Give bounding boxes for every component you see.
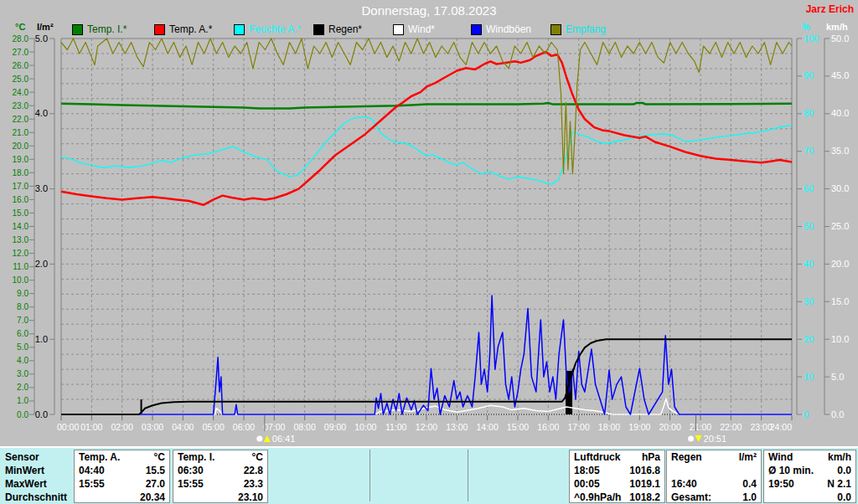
x-tick-label: 04:00	[172, 422, 194, 432]
cell-value: 0.0	[837, 491, 851, 504]
x-tick-label: 16:00	[537, 422, 559, 432]
tick-label-pct: 50	[804, 221, 814, 231]
cell-row-2: 23.10	[178, 491, 263, 504]
cell-row-0: 04:4015.5	[79, 465, 165, 478]
cell-row-0	[671, 465, 757, 478]
tick-label-degc: 23.0	[13, 101, 29, 111]
cell-time: Temp. A.	[79, 451, 120, 465]
cell-value: 1018.2	[629, 491, 660, 504]
tick-label-pct: 90	[804, 70, 814, 80]
tick-label-pct: 100	[804, 33, 819, 44]
x-tick-label: 17:00	[568, 422, 590, 432]
sunset-time-label: 20:51	[704, 434, 727, 444]
x-tick-label: 19:00	[628, 422, 650, 432]
tick-label-pct: 80	[804, 108, 814, 118]
tick-label-degc: 1.0	[17, 396, 28, 405]
cell-time: Gesamt:	[671, 491, 711, 504]
tick-label-pct: 20	[804, 334, 814, 344]
cell-value: 1019.1	[629, 478, 660, 491]
tick-label-pct: 60	[804, 183, 814, 193]
x-tick-label: 21:00	[690, 422, 711, 432]
cell-row-2: 0.0	[768, 491, 851, 504]
tick-label-degc: 10.0	[13, 275, 29, 285]
tick-label-degc: 20.0	[13, 141, 29, 151]
tick-label-degc: 15.0	[13, 208, 29, 218]
cell-row-0: 18:051016.8	[574, 465, 660, 478]
cell-value: hPa	[642, 451, 660, 465]
tick-label-degc: 14.0	[13, 222, 29, 231]
tick-label-kmh: 0.0	[831, 409, 844, 419]
table-cell-temp-i-: Temp. I.°C06:3022.815:5523.323.10	[173, 450, 268, 503]
x-tick-label: 03:00	[142, 422, 163, 432]
x-tick-label: 13:00	[446, 422, 468, 432]
cell-value: °C	[252, 451, 263, 465]
x-tick-label: 15:00	[507, 422, 529, 432]
tick-label-pct: 30	[804, 296, 814, 306]
cell-row-0: 06:3022.8	[178, 465, 263, 478]
x-tick-label: 14:00	[477, 422, 499, 432]
tick-label-kmh: 40.0	[831, 108, 849, 118]
cell-time: Temp. I.	[178, 451, 214, 465]
cell-header: Temp. I.°C	[178, 451, 263, 465]
x-tick-label: 02:00	[111, 422, 133, 432]
tick-label-degc: 7.0	[17, 316, 28, 325]
cell-row-1: 15:5527.0	[79, 478, 165, 491]
tick-label-kmh: 50.0	[831, 33, 849, 44]
tick-label-kmh: 45.0	[831, 70, 849, 80]
cell-row-0: Ø 10 min.0.0	[768, 465, 851, 478]
row-label-sensor: Sensor	[5, 450, 72, 464]
cell-time: 16:40	[671, 478, 697, 491]
cell-time: 18:05	[574, 465, 600, 478]
cell-row-1: 15:5523.3	[178, 478, 263, 491]
x-tick-label: 07:00	[263, 422, 285, 432]
sunrise-icon	[256, 436, 262, 442]
tick-label-lm2: 5.0	[35, 33, 48, 44]
cell-time: 00:05	[574, 478, 600, 491]
x-tick-label: 20:00	[659, 422, 681, 432]
row-label-minwert: MinWert	[5, 464, 72, 477]
x-tick-label: 10:00	[354, 422, 376, 432]
tick-label-kmh: 15.0	[831, 296, 849, 306]
table-cell-regen: Regenl/m²16:400.4Gesamt:1.0	[666, 450, 762, 503]
table-cell-wind: Windkm/hØ 10 min.0.019:50N 2.10.0	[763, 450, 856, 503]
x-tick-label: 18:00	[598, 422, 620, 432]
tick-label-pct: 40	[804, 259, 814, 269]
tick-label-degc: 5.0	[17, 342, 28, 352]
cell-row-1: 16:400.4	[671, 478, 757, 491]
cell-time: Wind	[768, 451, 793, 465]
cell-value: l/m²	[739, 451, 757, 465]
x-tick-label: 22:00	[720, 422, 742, 432]
cell-time: Regen	[671, 451, 702, 465]
summary-table: Sensor MinWert MaxWert Durchschnitt Temp…	[0, 446, 858, 504]
tick-label-degc: 25.0	[13, 75, 29, 84]
tick-label-pct: 10	[804, 372, 814, 382]
tick-label-lm2: 0.0	[35, 409, 48, 419]
table-divider	[370, 450, 370, 501]
tick-label-pct: 70	[804, 146, 814, 156]
x-tick-label: 06:00	[233, 422, 255, 432]
cell-value: 15.5	[146, 465, 165, 478]
x-axis: 00:0001:0002:0003:0004:0005:0006:0007:00…	[57, 415, 792, 432]
cell-header: Windkm/h	[768, 451, 851, 465]
table-cell-luftdruck: LuftdruckhPa18:051016.800:051019.1^0.9hP…	[569, 450, 665, 503]
tick-label-kmh: 10.0	[831, 334, 849, 344]
x-tick-label: 05:00	[203, 422, 225, 432]
tick-label-degc: 19.0	[13, 155, 29, 164]
tick-label-degc: 26.0	[13, 61, 29, 70]
tick-label-kmh: 20.0	[831, 259, 849, 269]
cell-row-1: 00:051019.1	[574, 478, 660, 491]
grid	[61, 39, 792, 414]
tick-label-degc: 11.0	[13, 262, 28, 271]
x-tick-label: 11:00	[385, 422, 407, 432]
cell-value: 23.3	[244, 478, 263, 491]
table-divider	[468, 450, 468, 501]
cell-value: 23.10	[238, 491, 263, 504]
y-axis-lm2: 0.01.02.03.04.05.0	[35, 33, 54, 419]
tick-label-kmh: 35.0	[831, 146, 849, 156]
row-label-durchschnitt: Durchschnitt	[5, 491, 72, 504]
weather-chart: 0.01.02.03.04.05.06.07.08.09.010.011.012…	[0, 0, 858, 446]
tick-label-degc: 22.0	[13, 115, 29, 124]
y-axis-degc: 0.01.02.03.04.05.06.07.08.09.010.011.012…	[13, 34, 34, 419]
cell-header: LuftdruckhPa	[574, 451, 660, 465]
tick-label-degc: 28.0	[13, 34, 29, 44]
